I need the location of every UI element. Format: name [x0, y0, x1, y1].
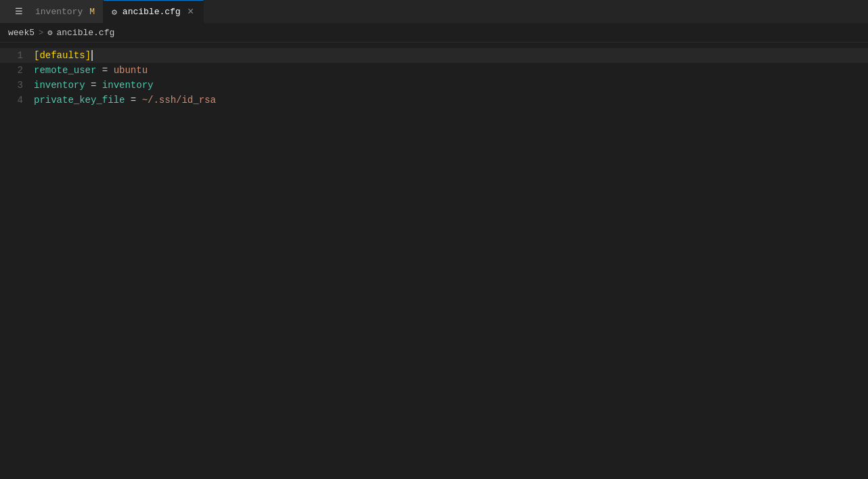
line-content-4: private_key_file = ~/.ssh/id_rsa: [34, 93, 216, 108]
line-number-2: 2: [0, 63, 34, 78]
tab-bar: ☰ inventory M ⚙ ancible.cfg ×: [0, 0, 868, 24]
equals-4: =: [125, 95, 142, 106]
code-line-1: 1 [defaults]: [0, 48, 868, 63]
close-icon[interactable]: ×: [186, 6, 196, 18]
hamburger-icon: ☰: [8, 6, 30, 17]
code-line-2: 2 remote_user = ubuntu: [0, 63, 868, 78]
line-number-1: 1: [0, 48, 34, 63]
equals-3: =: [85, 80, 102, 91]
line-number-4: 4: [0, 93, 34, 108]
value-ubuntu: ubuntu: [114, 65, 148, 76]
code-line-4: 4 private_key_file = ~/.ssh/id_rsa: [0, 93, 868, 108]
cursor: [91, 50, 93, 61]
breadcrumb-folder: week5: [8, 28, 35, 38]
bracket-close: ]: [85, 50, 91, 61]
value-private-key: ~/.ssh/id_rsa: [142, 95, 216, 106]
gear-icon: ⚙: [112, 7, 117, 18]
value-inventory: inventory: [102, 80, 154, 91]
tab-ancible-cfg[interactable]: ⚙ ancible.cfg ×: [104, 0, 204, 23]
line-content-1: [defaults]: [34, 48, 93, 63]
tab-ancible-label: ancible.cfg: [123, 7, 181, 17]
line-content-2: remote_user = ubuntu: [34, 63, 148, 78]
code-line-3: 3 inventory = inventory: [0, 78, 868, 93]
breadcrumb-separator: >: [39, 28, 43, 38]
tab-inventory-label: inventory: [35, 7, 83, 17]
breadcrumb: week5 > ⚙ ancible.cfg: [0, 24, 868, 43]
key-private-key-file: private_key_file: [34, 95, 125, 106]
equals-2: =: [96, 65, 113, 76]
section-name: defaults: [39, 50, 85, 61]
tab-inventory[interactable]: ☰ inventory M: [0, 0, 104, 23]
line-content-3: inventory = inventory: [34, 78, 153, 93]
key-inventory: inventory: [34, 80, 85, 91]
breadcrumb-file: ancible.cfg: [56, 28, 114, 38]
key-remote-user: remote_user: [34, 65, 96, 76]
line-number-3: 3: [0, 78, 34, 93]
tab-inventory-modified: M: [89, 7, 95, 17]
breadcrumb-gear-icon: ⚙: [47, 28, 52, 38]
editor-area[interactable]: 1 [defaults] 2 remote_user = ubuntu 3 in…: [0, 43, 868, 479]
